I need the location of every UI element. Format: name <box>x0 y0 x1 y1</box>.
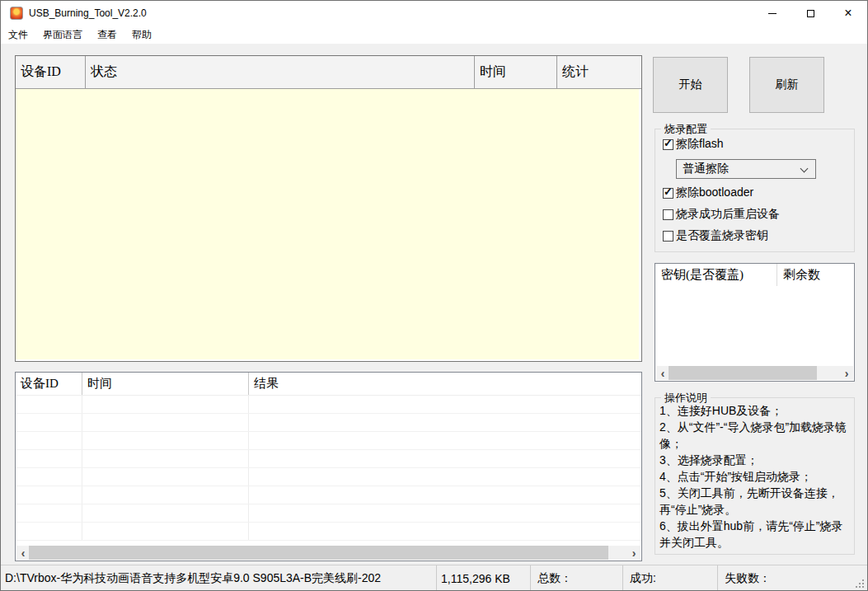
instruction-step: 4、点击“开始”按钮启动烧录； <box>659 468 849 485</box>
maximize-button[interactable] <box>791 1 829 26</box>
check-icon: ✓ <box>664 185 673 198</box>
scroll-right-arrow-icon[interactable]: › <box>627 546 640 560</box>
device-table-header-stats[interactable]: 统计 <box>557 56 641 88</box>
refresh-button[interactable]: 刷新 <box>749 57 824 113</box>
key-table-hscrollbar[interactable]: ‹ › <box>656 366 853 380</box>
status-total-label: 总数： <box>531 565 623 591</box>
device-status-table: 设备ID 状态 时间 统计 <box>15 55 642 362</box>
instruction-step: 2、从“文件”-“导入烧录包”加载烧录镜像； <box>659 419 849 452</box>
result-table-header-device-id[interactable]: 设备ID <box>16 373 82 395</box>
table-cell <box>82 414 249 431</box>
status-firmware-path: D:\TVrbox-华为科技动画语音支持多机型安卓9.0 S905L3A-B完美… <box>1 565 437 591</box>
instruction-step: 5、关闭工具前，先断开设备连接，再“停止”烧录。 <box>659 485 849 518</box>
table-cell <box>249 486 641 504</box>
status-failed-label: 失败数： <box>718 565 867 591</box>
table-row <box>16 504 641 523</box>
checkbox-reboot-after-burn[interactable]: ✓ 烧录成功后重启设备 <box>663 207 780 222</box>
table-cell <box>16 504 82 522</box>
scroll-left-arrow-icon[interactable]: ‹ <box>656 366 669 380</box>
table-cell <box>16 432 82 449</box>
device-table-empty-area <box>16 89 639 359</box>
table-row <box>16 432 641 450</box>
table-cell <box>249 432 641 449</box>
key-table-header-key[interactable]: 密钥(是否覆盖) <box>655 264 777 286</box>
device-table-body <box>16 89 641 361</box>
checkbox-label: 是否覆盖烧录密钥 <box>676 228 768 243</box>
scroll-left-arrow-icon[interactable]: ‹ <box>16 546 30 560</box>
close-button[interactable]: × <box>829 1 867 26</box>
table-cell <box>16 486 82 504</box>
table-cell <box>82 468 249 485</box>
table-cell <box>82 396 249 413</box>
title-bar[interactable]: USB_Burning_Tool_V2.2.0 × <box>1 1 867 26</box>
status-firmware-size: 1,115,296 KB <box>437 565 531 591</box>
checkbox-icon: ✓ <box>663 209 673 220</box>
menu-item-language[interactable]: 界面语言 <box>35 26 90 44</box>
scrollbar-thumb[interactable] <box>29 546 608 560</box>
table-cell <box>16 450 82 467</box>
table-cell <box>16 414 82 431</box>
scrollbar-thumb[interactable] <box>669 366 817 380</box>
table-cell <box>82 523 249 540</box>
checkbox-erase-bootloader[interactable]: ✓ 擦除bootloader <box>663 185 753 200</box>
device-table-header-time[interactable]: 时间 <box>475 56 557 88</box>
instruction-step: 3、选择烧录配置； <box>659 452 849 468</box>
burn-config-group: 烧录配置 ✓ 擦除flash 普通擦除 ✓ 擦除bootloader ✓ 烧录成… <box>655 129 855 252</box>
table-row <box>16 486 641 504</box>
result-table-header: 设备ID 时间 结果 <box>16 373 641 396</box>
result-table-hscrollbar[interactable]: ‹ › <box>16 546 640 560</box>
close-icon: × <box>844 7 852 20</box>
menu-item-view[interactable]: 查看 <box>90 26 124 44</box>
app-window: USB_Burning_Tool_V2.2.0 × 文件 界面语言 查看 帮助 … <box>0 0 868 591</box>
window-controls: × <box>753 1 867 26</box>
minimize-button[interactable] <box>753 1 791 26</box>
start-button[interactable]: 开始 <box>653 57 728 113</box>
device-table-header-status[interactable]: 状态 <box>86 56 475 88</box>
table-row <box>16 396 641 414</box>
table-cell <box>249 523 641 540</box>
instructions-group: 操作说明 1、连接好HUB及设备； 2、从“文件”-“导入烧录包”加载烧录镜像；… <box>655 397 855 555</box>
checkbox-overwrite-key[interactable]: ✓ 是否覆盖烧录密钥 <box>663 228 768 243</box>
erase-mode-value: 普通擦除 <box>683 162 729 176</box>
result-table-header-time[interactable]: 时间 <box>82 373 249 395</box>
resize-grip-icon[interactable] <box>862 586 864 588</box>
table-cell <box>16 468 82 485</box>
erase-mode-select[interactable]: 普通擦除 <box>676 159 816 179</box>
device-table-header: 设备ID 状态 时间 统计 <box>16 56 641 89</box>
checkbox-label: 擦除bootloader <box>676 185 753 200</box>
table-cell <box>82 504 249 522</box>
result-table-header-result[interactable]: 结果 <box>249 373 641 395</box>
device-table-header-device-id[interactable]: 设备ID <box>16 56 86 88</box>
table-row <box>16 523 641 541</box>
window-title: USB_Burning_Tool_V2.2.0 <box>29 7 147 19</box>
instruction-step: 6、拔出外置hub前，请先“停止”烧录并关闭工具。 <box>659 518 849 551</box>
result-table: 设备ID 时间 结果 ‹ › <box>15 372 642 561</box>
checkbox-erase-flash[interactable]: ✓ 擦除flash <box>663 137 724 152</box>
menu-bar: 文件 界面语言 查看 帮助 <box>1 26 867 44</box>
table-cell <box>82 486 249 504</box>
burn-config-title: 烧录配置 <box>661 122 711 137</box>
menu-item-help[interactable]: 帮助 <box>124 26 159 44</box>
checkbox-icon: ✓ <box>663 139 673 150</box>
table-cell <box>249 468 641 485</box>
minimize-icon <box>768 13 777 14</box>
instructions-text: 1、连接好HUB及设备； 2、从“文件”-“导入烧录包”加载烧录镜像； 3、选择… <box>659 402 849 551</box>
key-table-header-remaining[interactable]: 剩余数 <box>777 264 854 286</box>
table-cell <box>16 523 82 540</box>
result-table-body <box>16 396 641 541</box>
table-cell <box>82 450 249 467</box>
table-row <box>16 468 641 486</box>
checkbox-icon: ✓ <box>663 188 673 199</box>
maximize-icon <box>807 10 814 17</box>
checkbox-label: 烧录成功后重启设备 <box>676 207 780 222</box>
chevron-down-icon <box>800 165 809 173</box>
instruction-step: 1、连接好HUB及设备； <box>659 402 849 419</box>
key-table: 密钥(是否覆盖) 剩余数 ‹ › <box>655 263 855 382</box>
scroll-right-arrow-icon[interactable]: › <box>840 366 853 380</box>
table-row <box>16 450 641 468</box>
table-cell <box>249 450 641 467</box>
table-cell <box>249 414 641 431</box>
status-success-label: 成功: <box>623 565 718 591</box>
table-row <box>16 414 641 432</box>
menu-item-file[interactable]: 文件 <box>1 26 35 44</box>
